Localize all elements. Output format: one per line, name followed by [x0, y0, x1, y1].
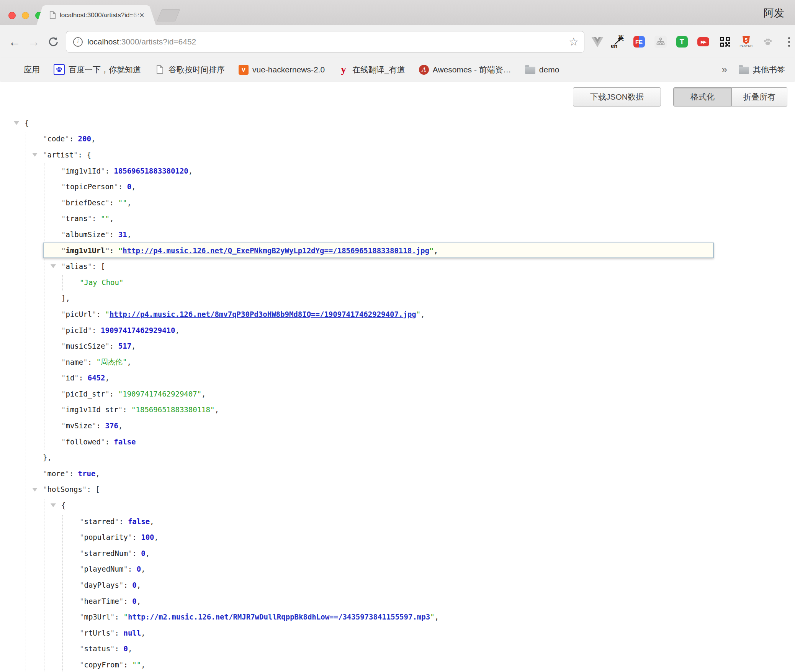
json-key: starredNum — [84, 549, 128, 557]
json-key: picUrl — [65, 310, 92, 318]
json-punct: , — [137, 597, 141, 605]
collapse-toggle-icon[interactable] — [51, 503, 56, 507]
download-json-button[interactable]: 下载JSON数据 — [573, 87, 661, 107]
collapse-toggle-icon[interactable] — [14, 121, 19, 125]
vue-devtools-icon[interactable] — [591, 37, 604, 47]
window-minimize-button[interactable] — [22, 12, 29, 19]
json-value-literal: null — [123, 629, 141, 637]
paw-icon[interactable] — [761, 36, 774, 48]
apps-icon — [10, 65, 20, 75]
json-quote: " — [80, 549, 84, 557]
collapse-toggle-icon[interactable] — [32, 488, 38, 492]
json-link[interactable]: http://p4.music.126.net/Q_ExePNkmgB2yWyL… — [123, 246, 429, 255]
json-punct: , — [127, 230, 131, 239]
json-line: "briefDesc": "", — [0, 195, 795, 211]
json-link[interactable]: http://p4.music.126.net/8mv7qP30Pd3oHW8b… — [110, 310, 416, 318]
overflow-menu-icon[interactable] — [783, 36, 795, 48]
json-key: mvSize — [65, 421, 92, 430]
json-quote: " — [61, 390, 65, 398]
json-quote: " — [61, 214, 65, 223]
collapse-toggle-icon[interactable] — [51, 264, 56, 268]
json-key: followed — [65, 438, 101, 446]
json-value-literal: 19097417462929410 — [101, 326, 175, 334]
reload-button[interactable] — [47, 36, 59, 48]
json-punct: , — [214, 405, 219, 414]
qrcode-icon[interactable] — [718, 36, 731, 48]
new-tab-button[interactable] — [157, 9, 180, 21]
site-info-icon[interactable]: i — [73, 37, 83, 47]
json-punct: : — [92, 214, 101, 223]
bookmark-item[interactable]: y在线翻译_有道 — [339, 64, 405, 75]
sitemap-icon[interactable] — [654, 36, 667, 48]
json-quote: " — [61, 198, 65, 207]
json-punct: : — [110, 230, 118, 239]
bookmark-items: 应用百度一下，你就知道谷歌按时间排序vvue-hackernews-2.0y在线… — [10, 64, 559, 75]
json-value-literal: true — [78, 469, 96, 478]
json-key: trans — [65, 214, 87, 223]
bookmarks-overflow-chevron[interactable]: » — [722, 64, 727, 75]
back-button[interactable]: ← — [8, 36, 21, 48]
json-punct: : { — [78, 151, 91, 159]
json-key: hotSongs — [47, 485, 82, 493]
json-line: "albumSize": 31, — [0, 226, 795, 243]
json-line: "starred": false, — [0, 513, 795, 529]
collapse-toggle-icon[interactable] — [32, 153, 38, 157]
json-quote: " — [61, 342, 65, 350]
bookmark-item[interactable]: vvue-hackernews-2.0 — [239, 65, 325, 75]
fe-icon[interactable]: FE — [633, 36, 645, 48]
json-punct: , — [435, 613, 439, 621]
json-punct: : — [132, 549, 141, 557]
json-key: img1v1Id — [65, 167, 101, 175]
page-content: 下载JSON数据 格式化 折叠所有 {"code": 200,"artist":… — [0, 82, 795, 672]
tampermonkey-icon[interactable]: T — [676, 36, 688, 48]
json-punct: : — [123, 581, 132, 589]
json-viewer: {"code": 200,"artist": {"img1v1Id": 1856… — [0, 115, 795, 672]
json-value-literal: 0 — [123, 644, 128, 653]
json-line: "followed": false — [0, 434, 795, 450]
bookmark-item[interactable]: AAwesomes - 前端资… — [419, 64, 511, 75]
browser-tab[interactable]: localhost:3000/artists?id=645 × — [36, 5, 156, 25]
json-value-string: "18569651883380118" — [131, 405, 214, 414]
json-quote: " — [43, 469, 47, 478]
bookmark-item[interactable]: 应用 — [10, 64, 40, 75]
vue-icon: v — [239, 65, 249, 75]
page-icon — [49, 11, 56, 19]
bookmark-item[interactable]: 谷歌按时间排序 — [155, 64, 225, 75]
other-bookmarks-folder[interactable]: 其他书签 — [739, 64, 785, 75]
json-link[interactable]: http://m2.music.126.net/RMJR7wDullRqppBk… — [128, 613, 430, 621]
json-quote: " — [92, 310, 96, 318]
window-close-button[interactable] — [8, 12, 16, 19]
format-button[interactable]: 格式化 — [673, 87, 732, 107]
json-punct: , — [127, 358, 131, 366]
json-quote: " — [43, 485, 47, 493]
json-punct: , — [91, 134, 95, 143]
json-quote: " — [61, 421, 65, 430]
json-quote: " — [61, 405, 65, 414]
bookmark-label: Awesomes - 前端资… — [433, 64, 511, 75]
json-punct: , — [127, 198, 131, 207]
json-punct: , — [131, 342, 136, 350]
json-key: img1v1Url — [65, 246, 105, 255]
bookmark-item[interactable]: 百度一下，你就知道 — [54, 64, 141, 75]
json-value-literal: 0 — [127, 182, 131, 191]
translate-icon[interactable]: 英en — [611, 36, 624, 48]
profile-name[interactable]: 阿发 — [764, 6, 784, 20]
address-bar[interactable]: i localhost:3000/artists?id=6452 ☆ — [66, 31, 584, 52]
json-quote: " — [88, 214, 92, 223]
bookmark-star-icon[interactable]: ☆ — [569, 35, 579, 48]
html5-player-icon[interactable]: 5PLAYER — [740, 36, 752, 48]
json-quote: " — [110, 613, 115, 621]
json-quote: " — [115, 517, 119, 526]
tab-close-icon[interactable]: × — [139, 11, 144, 20]
json-key: code — [47, 134, 65, 143]
json-line: "musicSize": 517, — [0, 338, 795, 354]
video-icon[interactable]: ▶▶ — [697, 36, 710, 48]
json-punct: : [ — [92, 262, 105, 270]
browser-toolbar: ← → i localhost:3000/artists?id=6452 ☆ 英… — [0, 25, 795, 58]
json-quote: " — [105, 198, 109, 207]
json-punct: : — [115, 629, 124, 637]
bookmark-item[interactable]: demo — [525, 65, 559, 74]
json-value-string: "" — [101, 214, 110, 223]
json-punct: : — [115, 613, 124, 621]
collapse-all-button[interactable]: 折叠所有 — [732, 87, 787, 107]
